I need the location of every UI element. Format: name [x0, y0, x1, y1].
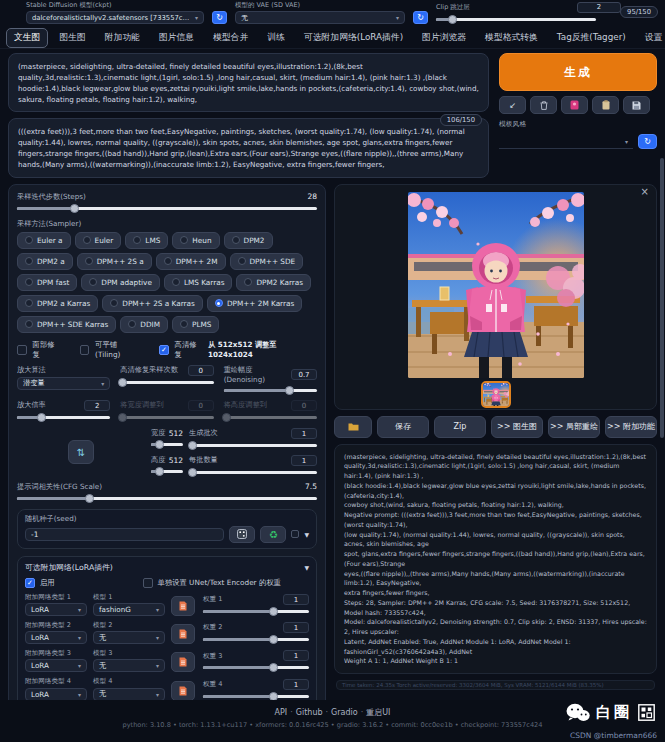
lora-type-dropdown[interactable]: LoRA▾: [25, 631, 87, 644]
batch-count-value[interactable]: 1: [291, 428, 317, 439]
lora-model-dropdown[interactable]: fashionG▾: [93, 603, 165, 616]
tab-png-info[interactable]: 图片信息: [151, 28, 202, 48]
batch-size-value[interactable]: 1: [291, 455, 317, 466]
resize-height-slider[interactable]: [224, 413, 317, 422]
sampler-option[interactable]: PLMS: [172, 316, 219, 333]
width-value[interactable]: 512: [169, 429, 183, 438]
paste-params-button[interactable]: ↙: [499, 96, 526, 114]
close-icon[interactable]: ×: [641, 186, 649, 197]
footer-link[interactable]: Github: [296, 708, 323, 717]
seed-input[interactable]: [25, 528, 224, 541]
send-to-inpaint-button[interactable]: >> 局部重绘: [548, 416, 600, 438]
swap-dimensions-button[interactable]: ⇅: [68, 440, 94, 464]
lora-model-dropdown[interactable]: 无▾: [93, 659, 165, 672]
hires-steps-value[interactable]: 0: [188, 365, 214, 376]
steps-slider[interactable]: [17, 204, 317, 213]
denoising-value[interactable]: 0.7: [291, 369, 317, 380]
sampler-option[interactable]: Heun: [172, 232, 219, 249]
sampler-option[interactable]: Euler a: [17, 232, 71, 249]
open-folder-button[interactable]: [334, 416, 372, 438]
footer-link[interactable]: 重启UI: [366, 708, 390, 717]
denoising-slider[interactable]: [224, 386, 317, 395]
height-slider[interactable]: [151, 467, 183, 476]
tab-model-converter[interactable]: 模型格式转换: [477, 28, 546, 48]
random-seed-button[interactable]: [229, 526, 255, 543]
gallery-thumbnail[interactable]: [481, 381, 511, 408]
sampler-option[interactable]: DPM2 a Karras: [17, 295, 98, 312]
sampler-option[interactable]: DPM2 Karras: [236, 274, 311, 291]
resize-height-value[interactable]: 0: [291, 400, 317, 411]
model-dropdown[interactable]: dalceforealistictallyv2.safetensors [733…: [26, 11, 204, 24]
refresh-styles-button[interactable]: ↻: [638, 134, 657, 149]
extra-networks-button[interactable]: [561, 96, 588, 114]
sampler-option[interactable]: LMS Karras: [164, 274, 233, 291]
tab-image-browser[interactable]: 图片浏览器: [414, 28, 474, 48]
hires-steps-slider[interactable]: [120, 378, 213, 387]
lora-type-dropdown[interactable]: LoRA▾: [25, 659, 87, 672]
lora-weight-value[interactable]: 1: [283, 594, 309, 605]
send-to-extras-button[interactable]: >> 附加功能: [605, 416, 657, 438]
tab-settings[interactable]: 设置: [637, 28, 665, 48]
sampler-option-selected[interactable]: DPM++ 2M Karras: [207, 295, 302, 312]
negative-prompt-input[interactable]: (((extra feet))),3 feet,more than two fe…: [8, 118, 489, 178]
width-slider[interactable]: [151, 440, 183, 449]
lora-model-dropdown[interactable]: 无▾: [93, 688, 165, 701]
clip-skip-slider[interactable]: [436, 15, 596, 24]
clip-skip-value[interactable]: 2: [577, 2, 621, 13]
save-style-button[interactable]: [623, 96, 650, 114]
prompt-input[interactable]: (masterpiece, sidelighting, ultra-detail…: [8, 53, 489, 112]
resize-width-slider[interactable]: [120, 413, 213, 422]
sampler-option[interactable]: DPM++ 2S a: [77, 253, 152, 270]
extra-seed-checkbox[interactable]: [291, 530, 299, 538]
lora-weight-value[interactable]: 1: [283, 650, 309, 661]
lora-model-info-button[interactable]: [171, 681, 195, 701]
sampler-option[interactable]: Euler: [75, 232, 122, 249]
batch-size-slider[interactable]: [189, 468, 317, 477]
tab-tagger[interactable]: Tag反推(Tagger): [549, 28, 634, 48]
apply-style-button[interactable]: [592, 96, 619, 114]
sampler-option[interactable]: DPM++ 2M: [156, 253, 226, 270]
sampler-option[interactable]: DPM adaptive: [81, 274, 160, 291]
sampler-option[interactable]: DPM2: [224, 232, 273, 249]
send-to-img2img-button[interactable]: >> 图生图: [491, 416, 543, 438]
upscaler-dropdown[interactable]: 潜变量 ▾: [17, 377, 110, 390]
tab-extras[interactable]: 附加功能: [97, 28, 148, 48]
sampler-option[interactable]: DPM++ SDE Karras: [17, 316, 116, 333]
tiling-checkbox[interactable]: [80, 345, 90, 355]
lora-separate-weights-checkbox[interactable]: [143, 578, 153, 588]
zip-button[interactable]: Zip: [434, 416, 486, 438]
lora-model-info-button[interactable]: [171, 596, 195, 616]
upscale-by-slider[interactable]: [17, 413, 110, 422]
height-value[interactable]: 512: [169, 456, 183, 465]
sampler-option[interactable]: DDIM: [120, 316, 168, 333]
lora-type-dropdown[interactable]: LoRA▾: [25, 603, 87, 616]
batch-count-slider[interactable]: [189, 441, 317, 450]
upscale-by-value[interactable]: 2: [84, 400, 110, 411]
generated-image[interactable]: [408, 192, 584, 378]
scrollbar[interactable]: [660, 158, 664, 438]
lora-weight-value[interactable]: 1: [283, 622, 309, 633]
resize-width-value[interactable]: 0: [188, 400, 214, 411]
tab-checkpoint-merger[interactable]: 模型合并: [205, 28, 256, 48]
collapse-icon[interactable]: ▼: [304, 564, 309, 571]
sampler-option[interactable]: DPM2 a: [17, 253, 73, 270]
sampler-option[interactable]: LMS: [125, 232, 168, 249]
lora-weight-slider[interactable]: [203, 663, 309, 672]
lora-model-info-button[interactable]: [171, 624, 195, 644]
sampler-option[interactable]: DPM fast: [17, 274, 77, 291]
restore-faces-checkbox[interactable]: [17, 345, 27, 355]
clear-prompt-button[interactable]: [530, 96, 557, 114]
footer-link[interactable]: Gradio: [331, 708, 358, 717]
sampler-option[interactable]: DPM++ SDE: [230, 253, 304, 270]
reuse-seed-button[interactable]: ♻: [260, 526, 286, 543]
tab-train[interactable]: 训练: [259, 28, 293, 48]
tab-img2img[interactable]: 图生图: [51, 28, 93, 48]
hires-fix-checkbox[interactable]: ✓: [159, 345, 169, 355]
lora-model-dropdown[interactable]: 无▾: [93, 631, 165, 644]
lora-weight-slider[interactable]: [203, 635, 309, 644]
sampler-option[interactable]: DPM++ 2S a Karras: [102, 295, 203, 312]
refresh-model-button[interactable]: ↻: [212, 11, 227, 24]
vae-dropdown[interactable]: 无 ▾: [235, 11, 405, 24]
styles-dropdown[interactable]: ▾: [499, 134, 633, 149]
cfg-scale-slider[interactable]: [17, 494, 317, 503]
